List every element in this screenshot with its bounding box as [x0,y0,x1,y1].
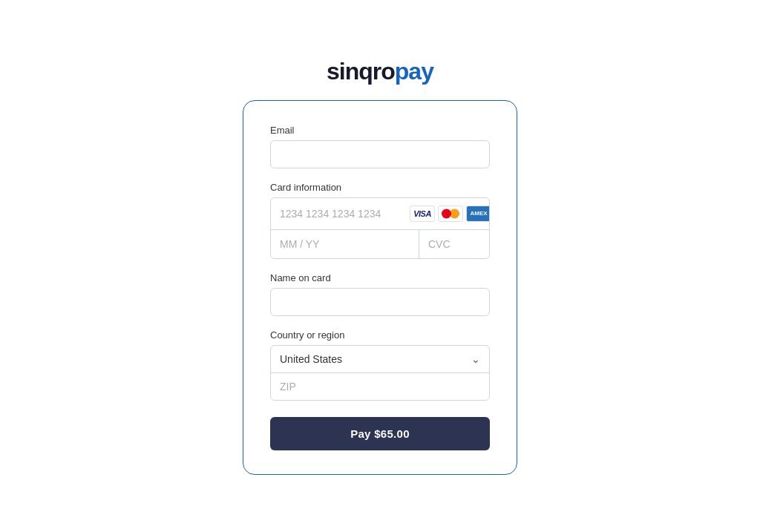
pay-button[interactable]: Pay $65.00 [270,417,490,450]
zip-input[interactable] [271,373,489,400]
email-input[interactable] [270,140,490,168]
amex-icon: AMEX [466,206,490,222]
country-row[interactable]: United States Canada United Kingdom Aust… [271,346,489,373]
card-icons: VISA AMEX [410,206,490,222]
name-label: Name on card [270,272,490,283]
visa-icon: VISA [410,206,435,222]
mastercard-icon [438,206,463,222]
card-info-wrapper: VISA AMEX [270,197,490,259]
name-input[interactable] [270,288,490,316]
card-number-row: VISA AMEX [271,198,489,230]
country-label: Country or region [270,329,490,341]
card-cvc-wrapper [419,230,490,258]
card-bottom-row [271,230,489,258]
email-group: Email [270,125,490,168]
card-info-label: Card information [270,182,490,193]
payment-form-card: Email Card information VISA AMEX [243,100,517,475]
card-info-group: Card information VISA AMEX [270,182,490,259]
card-number-input[interactable] [280,208,410,220]
country-select-wrapper: United States Canada United Kingdom Aust… [270,345,490,401]
card-expiry-input[interactable] [271,230,419,258]
name-group: Name on card [270,272,490,316]
card-cvc-input[interactable] [428,238,490,250]
country-group: Country or region United States Canada U… [270,329,490,401]
email-label: Email [270,125,490,136]
logo-sinqro-text: sinqro [327,58,395,85]
logo: sinqropay [327,58,433,85]
country-select[interactable]: United States Canada United Kingdom Aust… [280,353,471,365]
logo-pay-text: pay [395,58,433,85]
chevron-down-icon: ⌄ [471,353,480,365]
